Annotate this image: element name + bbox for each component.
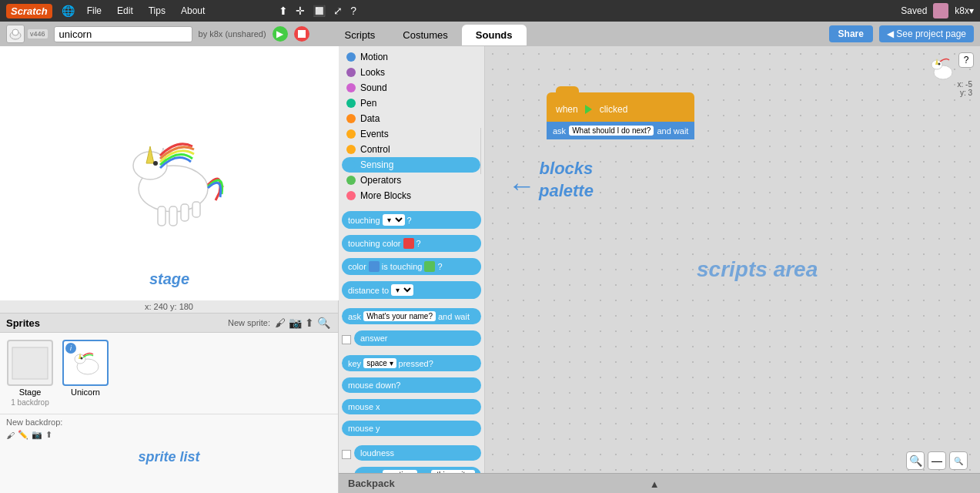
ask-block[interactable]: ask What's your name? and wait (342, 308, 481, 324)
touching-color-block[interactable]: touching color ? (342, 235, 481, 252)
key-pressed-block[interactable]: key space ▾ pressed? (342, 355, 481, 371)
globe-icon[interactable]: 🌐 (62, 5, 75, 17)
zoom-out-button[interactable]: 🔍 (949, 451, 968, 470)
category-data[interactable]: Data (342, 111, 481, 126)
upload-backdrop-icon[interactable]: ⬆ (45, 430, 52, 440)
stop-button[interactable] (294, 26, 309, 42)
touching-block[interactable]: touching ▾ ? (342, 211, 481, 229)
svg-point-7 (153, 161, 158, 166)
upload-icon[interactable]: ⬆ (279, 5, 288, 17)
palette-label-line2: palette (539, 181, 594, 200)
tab-scripts[interactable]: Scripts (331, 25, 390, 45)
svg-marker-17 (585, 105, 592, 114)
category-control[interactable]: Control (342, 142, 480, 157)
svg-point-21 (938, 63, 941, 65)
tab-sounds[interactable]: Sounds (462, 25, 527, 45)
sound-dot (346, 83, 356, 92)
category-pen[interactable]: Pen (342, 96, 481, 111)
fullscreen-icon[interactable]: ⤢ (333, 5, 343, 17)
looks-label: Looks (360, 67, 385, 78)
looks-dot (346, 68, 356, 77)
help-corner-button[interactable]: ? (958, 52, 974, 68)
control-dot (346, 145, 356, 154)
key-input[interactable]: space ▾ (363, 358, 396, 368)
help-icon[interactable]: ? (350, 5, 356, 17)
category-events[interactable]: Events (342, 126, 480, 142)
scripts-area-label: scripts area (697, 256, 818, 283)
scripts-area: ← blocks palette when clicked ask What s… (485, 46, 980, 493)
stamp-icon[interactable]: 🔲 (313, 5, 326, 17)
key-pressed-block-row: key space ▾ pressed? (342, 355, 481, 374)
stage-name: Stage (19, 387, 42, 397)
zoom-controls: 🔍 — 🔍 (906, 451, 968, 470)
camera-backdrop-icon[interactable]: 📷 (32, 430, 42, 440)
user-label[interactable]: k8x▾ (955, 5, 974, 16)
category-looks[interactable]: Looks (342, 65, 481, 80)
hat-block[interactable]: when clicked (547, 92, 694, 122)
answer-block-row: answer (342, 330, 481, 349)
mouse-down-block[interactable]: mouse down? (342, 377, 481, 393)
pointer-icon[interactable]: ✛ (296, 5, 305, 17)
topbar-right: Share ◀ See project page (829, 25, 974, 42)
ask-input[interactable]: What's your name? (363, 311, 436, 321)
backdrop-count: 1 backdrop (11, 398, 48, 407)
green-flag-button[interactable]: ▶ (273, 26, 288, 42)
edit-backdrop-icon[interactable]: ✏️ (18, 430, 28, 440)
color-touching-block[interactable]: color is touching ? (342, 258, 481, 275)
paint-backdrop-icon[interactable]: 🖌 (6, 431, 15, 440)
search-sprite-icon[interactable]: 🔍 (317, 317, 330, 329)
motion-dot (346, 52, 356, 62)
file-menu[interactable]: File (84, 4, 105, 18)
stage-area: stage (0, 46, 339, 300)
tab-costumes[interactable]: Costumes (389, 25, 462, 45)
category-operators[interactable]: Operators (342, 173, 480, 188)
data-label: Data (360, 113, 380, 124)
see-project-button[interactable]: ◀ See project page (879, 25, 974, 42)
color-box-3[interactable] (424, 261, 435, 272)
backpack-bar[interactable]: Backpack ▲ (339, 473, 980, 493)
saved-label: Saved (901, 5, 927, 16)
camera-sprite-icon[interactable]: 📷 (289, 317, 302, 329)
tips-menu[interactable]: Tips (145, 4, 169, 18)
category-more-blocks[interactable]: More Blocks (342, 188, 481, 203)
blocks-scroll: touching ▾ ? touching color ? color is t… (339, 206, 484, 493)
stage-sprite-item[interactable]: Stage 1 backdrop (5, 337, 55, 409)
scratch-logo[interactable]: Scratch (6, 4, 52, 18)
color-box-1[interactable] (403, 238, 414, 249)
operators-dot (346, 176, 356, 185)
category-sensing[interactable]: Sensing (342, 157, 480, 173)
about-menu[interactable]: About (178, 4, 208, 18)
more-blocks-dot (346, 191, 356, 200)
touching-dropdown[interactable]: ▾ (383, 214, 405, 226)
backpack-caret-icon: ▲ (650, 478, 660, 489)
zoom-in-button[interactable]: 🔍 (906, 451, 925, 470)
hat-bump (556, 86, 579, 94)
loudness-block[interactable]: loudness (354, 445, 481, 461)
upload-sprite-icon[interactable]: ⬆ (305, 317, 314, 329)
unicorn-thumb: i (62, 340, 109, 386)
category-motion[interactable]: Motion (342, 49, 481, 65)
unicorn-sprite-item[interactable]: i Unicorn (60, 337, 111, 409)
mouse-x-block[interactable]: mouse x (342, 399, 481, 414)
color-box-2[interactable] (369, 261, 380, 272)
ask-script-block[interactable]: ask What should I do next? and wait (547, 122, 694, 139)
answer-block[interactable]: answer (354, 330, 481, 346)
pen-label: Pen (360, 98, 376, 109)
sprite-name-input[interactable] (54, 26, 192, 42)
operators-label: Operators (360, 175, 401, 186)
sprite-list-label: sprite list (0, 443, 338, 471)
ask-script-input[interactable]: What should I do next? (569, 126, 654, 136)
edit-menu[interactable]: Edit (114, 4, 136, 18)
paint-sprite-icon[interactable]: 🖌 (275, 317, 286, 329)
sprite-info-icon[interactable]: i (65, 343, 76, 354)
zoom-reset-button[interactable]: — (928, 451, 946, 470)
loudness-checkbox[interactable] (342, 450, 351, 459)
share-button[interactable]: Share (829, 25, 873, 42)
category-sound[interactable]: Sound (342, 80, 481, 96)
stage-thumb (7, 340, 53, 386)
mouse-y-block[interactable]: mouse y (342, 421, 481, 436)
answer-checkbox[interactable] (342, 335, 351, 344)
pen-dot (346, 99, 356, 108)
distance-dropdown[interactable]: ▾ (391, 284, 413, 296)
distance-block[interactable]: distance to ▾ (342, 281, 481, 299)
